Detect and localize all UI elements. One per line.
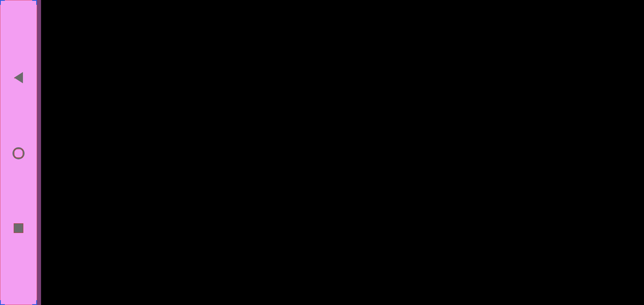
system-navigation-bar (0, 0, 37, 305)
back-nav-icon[interactable] (14, 72, 23, 83)
home-nav-icon[interactable] (12, 147, 25, 159)
recents-nav-icon[interactable] (14, 223, 23, 233)
